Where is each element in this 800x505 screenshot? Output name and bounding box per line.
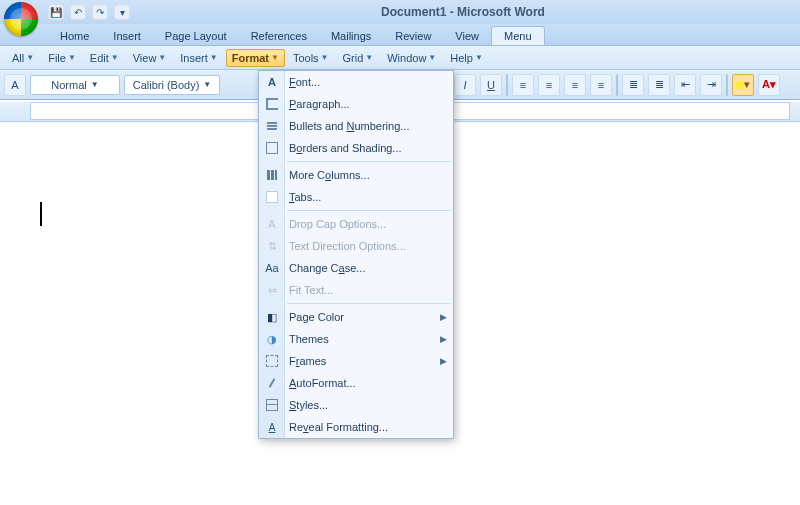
menu-item-tabs[interactable]: Tabs...: [259, 186, 453, 208]
menu-item-label: Borders and Shading...: [289, 142, 402, 154]
window-title: Document1 - Microsoft Word: [130, 5, 796, 19]
underline-button[interactable]: U: [480, 74, 502, 96]
menu-item-reveal-formatting[interactable]: Reveal Formatting...: [259, 416, 453, 438]
submenu-arrow-icon: ▶: [440, 312, 447, 322]
format-dropdown: AFont...Paragraph...Bullets and Numberin…: [258, 70, 454, 439]
tab-insert[interactable]: Insert: [101, 27, 153, 45]
styles-icon: [264, 397, 280, 413]
style-icon[interactable]: A: [4, 74, 26, 96]
menu-tools[interactable]: Tools▼: [287, 49, 335, 67]
menu-item-label: More Columns...: [289, 169, 370, 181]
highlight-button[interactable]: ▾: [732, 74, 754, 96]
menu-file[interactable]: File▼: [42, 49, 82, 67]
numbering-button[interactable]: ≣: [648, 74, 670, 96]
list-icon: [264, 118, 280, 134]
tab-page-layout[interactable]: Page Layout: [153, 27, 239, 45]
menu-item-styles[interactable]: Styles...: [259, 394, 453, 416]
border-icon: [264, 140, 280, 156]
columns-icon: [264, 167, 280, 183]
menu-edit[interactable]: Edit▼: [84, 49, 125, 67]
font-icon: A: [264, 74, 280, 90]
case-icon: Aa: [264, 260, 280, 276]
justify-button[interactable]: ≡: [590, 74, 612, 96]
menu-insert[interactable]: Insert▼: [174, 49, 223, 67]
qat-customize-icon[interactable]: ▾: [114, 4, 130, 20]
tab-home[interactable]: Home: [48, 27, 101, 45]
autoformat-icon: [264, 375, 280, 391]
style-combo-value: Normal: [51, 79, 86, 91]
menu-item-themes[interactable]: ◑Themes▶: [259, 328, 453, 350]
qat-save-icon[interactable]: 💾: [48, 4, 64, 20]
menu-item-font[interactable]: AFont...: [259, 71, 453, 93]
separator: [726, 74, 728, 96]
menu-item-drop-cap-options: ADrop Cap Options...: [259, 213, 453, 235]
style-combo[interactable]: Normal ▼: [30, 75, 120, 95]
menu-item-paragraph[interactable]: Paragraph...: [259, 93, 453, 115]
direction-icon: ⇅: [264, 238, 280, 254]
tab-references[interactable]: References: [239, 27, 319, 45]
menu-bar: All▼ File▼ Edit▼ View▼ Insert▼ Format▼ T…: [0, 46, 800, 70]
menu-item-label: Styles...: [289, 399, 328, 411]
indent-increase-button[interactable]: ⇥: [700, 74, 722, 96]
qat-redo-icon[interactable]: ↷: [92, 4, 108, 20]
tab-menu[interactable]: Menu: [491, 26, 545, 45]
menu-item-fit-text: ⇔Fit Text...: [259, 279, 453, 301]
chevron-down-icon: ▼: [91, 80, 99, 89]
separator: [506, 74, 508, 96]
align-center-button[interactable]: ≡: [538, 74, 560, 96]
font-combo[interactable]: Calibri (Body) ▼: [124, 75, 220, 95]
qat-undo-icon[interactable]: ↶: [70, 4, 86, 20]
menu-grid[interactable]: Grid▼: [337, 49, 380, 67]
font-combo-value: Calibri (Body): [133, 79, 200, 91]
menu-item-label: Change Case...: [289, 262, 365, 274]
indent-decrease-button[interactable]: ⇤: [674, 74, 696, 96]
tab-view[interactable]: View: [443, 27, 491, 45]
menu-help[interactable]: Help▼: [444, 49, 489, 67]
quick-access-toolbar: 💾 ↶ ↷ ▾: [48, 4, 130, 20]
menu-item-bullets-and-numbering[interactable]: Bullets and Numbering...: [259, 115, 453, 137]
menu-item-label: Fit Text...: [289, 284, 333, 296]
reveal-icon: [264, 419, 280, 435]
menu-item-autoformat[interactable]: AutoFormat...: [259, 372, 453, 394]
menu-item-label: Page Color: [289, 311, 344, 323]
bullets-button[interactable]: ≣: [622, 74, 644, 96]
menu-separator: [287, 161, 451, 162]
menu-window[interactable]: Window▼: [381, 49, 442, 67]
tab-mailings[interactable]: Mailings: [319, 27, 383, 45]
italic-button[interactable]: I: [454, 74, 476, 96]
menu-item-text-direction-options: ⇅Text Direction Options...: [259, 235, 453, 257]
submenu-arrow-icon: ▶: [440, 356, 447, 366]
tab-review[interactable]: Review: [383, 27, 443, 45]
ribbon-tabs: Home Insert Page Layout References Maili…: [0, 24, 800, 46]
align-right-button[interactable]: ≡: [564, 74, 586, 96]
themes-icon: ◑: [264, 331, 280, 347]
font-color-button[interactable]: A▾: [758, 74, 780, 96]
menu-all[interactable]: All▼: [6, 49, 40, 67]
menu-separator: [287, 303, 451, 304]
menu-item-label: Text Direction Options...: [289, 240, 406, 252]
menu-format[interactable]: Format▼: [226, 49, 285, 67]
menu-separator: [287, 210, 451, 211]
menu-item-label: Themes: [289, 333, 329, 345]
separator: [616, 74, 618, 96]
menu-item-label: Tabs...: [289, 191, 321, 203]
menu-item-frames[interactable]: Frames▶: [259, 350, 453, 372]
align-left-button[interactable]: ≡: [512, 74, 534, 96]
menu-item-label: Reveal Formatting...: [289, 421, 388, 433]
tabs-icon: [264, 189, 280, 205]
frames-icon: [264, 353, 280, 369]
menu-item-label: Paragraph...: [289, 98, 350, 110]
fittext-icon: ⇔: [264, 282, 280, 298]
menu-item-label: Frames: [289, 355, 326, 367]
dropcap-icon: A: [264, 216, 280, 232]
office-button[interactable]: [4, 2, 38, 36]
menu-view[interactable]: View▼: [127, 49, 173, 67]
chevron-down-icon: ▼: [203, 80, 211, 89]
text-cursor: [40, 202, 42, 226]
menu-item-more-columns[interactable]: More Columns...: [259, 164, 453, 186]
menu-item-change-case[interactable]: AaChange Case...: [259, 257, 453, 279]
menu-item-label: Drop Cap Options...: [289, 218, 386, 230]
menu-item-page-color[interactable]: ◧Page Color▶: [259, 306, 453, 328]
menu-item-borders-and-shading[interactable]: Borders and Shading...: [259, 137, 453, 159]
title-bar: 💾 ↶ ↷ ▾ Document1 - Microsoft Word: [0, 0, 800, 24]
